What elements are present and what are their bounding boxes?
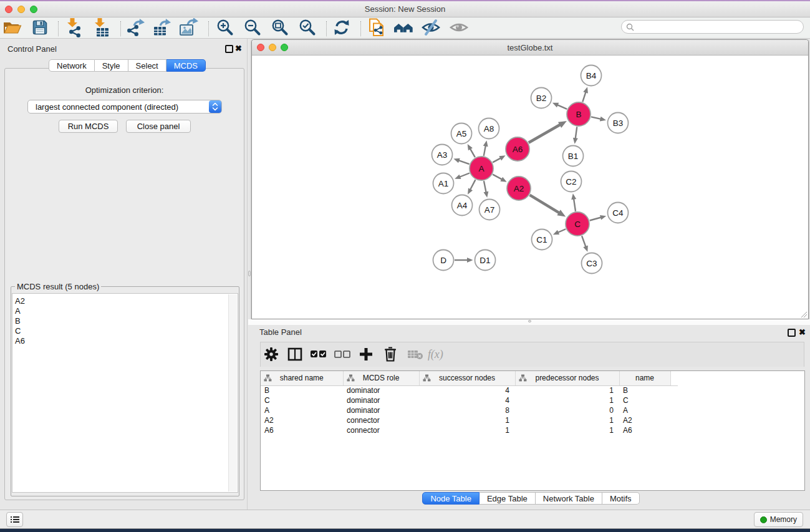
tab-select[interactable]: Select [128,59,166,72]
close-control-panel-icon[interactable]: ✖ [235,44,242,53]
open-file-button[interactable] [1,18,24,37]
table-cell[interactable]: 0 [515,405,619,415]
graph-edge-B-B1[interactable] [576,127,577,138]
mcds-result-item[interactable]: A [12,306,238,316]
zoom-in-button[interactable] [213,18,237,37]
table-cell[interactable]: A6 [619,425,670,435]
zoom-out-button[interactable] [241,18,264,37]
function-builder-button[interactable]: f(x) [427,345,448,364]
graph-edge-A-A8[interactable] [484,146,486,156]
result-list-scrollbar[interactable] [228,294,237,491]
horizontal-splitter[interactable] [248,319,810,325]
search-input[interactable] [634,21,803,32]
network-graph-canvas[interactable]: B4B2BB3A8A5A6A3B1AC2A1A2A4A7C4CC1DD1C3 [252,56,808,319]
clone-network-button[interactable] [365,18,388,37]
table-cell[interactable]: B [261,385,343,395]
graph-edge-B-B4[interactable] [582,92,586,102]
table-cell[interactable]: 1 [515,385,619,395]
table-cell[interactable]: C [261,395,343,405]
hide-selected-button[interactable] [419,18,443,37]
close-panel-button[interactable]: Close panel [126,120,191,133]
table-options-button[interactable] [261,345,282,364]
mcds-result-item[interactable]: C [12,326,238,336]
memory-button[interactable]: Memory [754,512,803,527]
float-control-panel-icon[interactable] [225,45,233,53]
optimization-combobox[interactable]: largest connected component (directed) [27,100,222,114]
graph-edge-C-C3[interactable] [582,236,586,246]
show-all-button[interactable] [447,18,471,37]
table-cell[interactable]: dominator [343,405,419,415]
table-cell[interactable]: C [619,395,670,405]
table-cell[interactable]: 1 [419,415,515,425]
table-cell[interactable]: 1 [515,425,619,435]
table-cell[interactable]: 1 [419,425,515,435]
table-row-A6[interactable]: A6connector11A6 [261,425,678,435]
column-header-name[interactable]: name [619,371,670,385]
column-header-successor-nodes[interactable]: successor nodes [419,371,515,385]
graph-edge-A6-B[interactable] [529,125,561,143]
graph-edge-A-A1[interactable] [460,173,470,177]
graph-edge-A-A5[interactable] [470,148,475,157]
new-table-button[interactable] [150,18,174,37]
tab-network[interactable]: Network [49,59,95,72]
mcds-result-item[interactable]: B [12,316,238,326]
refresh-layout-button[interactable] [330,18,354,37]
graph-edge-A-A6[interactable] [493,158,501,162]
zoom-fit-button[interactable] [268,18,292,37]
table-cell[interactable]: 4 [419,395,515,405]
network-window[interactable]: testGlobe.txt B4B2BB3A8A5A6A3B1AC2A1A2A4… [251,39,809,319]
table-cell[interactable]: A [619,405,670,415]
export-image-button[interactable] [177,18,201,37]
table-row-B[interactable]: Bdominator41B [261,385,678,395]
table-tab-node-table[interactable]: Node Table [422,492,480,505]
graph-edge-A-A2[interactable] [493,175,502,180]
new-network-button[interactable] [124,18,148,37]
table-cell[interactable]: dominator [343,395,419,405]
show-panels-list-button[interactable] [6,512,23,527]
table-cell[interactable]: dominator [343,385,419,395]
table-row-A[interactable]: Adominator80A [261,405,678,415]
table-cell[interactable]: 4 [419,385,515,395]
save-session-button[interactable] [28,18,52,37]
table-cell[interactable]: A [261,405,343,415]
import-table-button[interactable] [90,18,114,37]
column-header-predecessor-nodes[interactable]: predecessor nodes [515,371,619,385]
zoom-selected-button[interactable] [296,18,319,37]
mcds-result-list[interactable]: A2ABCA6 [12,293,238,493]
graph-edge-A-A7[interactable] [484,181,486,192]
run-mcds-button[interactable]: Run MCDS [59,120,118,133]
table-cell[interactable]: B [619,385,670,395]
table-tab-edge-table[interactable]: Edge Table [480,492,536,505]
column-header-shared-name[interactable]: shared name [261,371,343,385]
graph-edge-A-A3[interactable] [458,160,469,164]
mcds-result-item[interactable]: A6 [12,336,238,346]
graph-edge-B-B3[interactable] [591,117,601,118]
float-table-panel-icon[interactable] [788,329,796,337]
table-cell[interactable]: A2 [261,415,343,425]
window-resize-grip[interactable] [801,311,807,317]
table-cell[interactable]: 1 [515,415,619,425]
first-neighbors-button[interactable] [392,18,416,37]
table-cell[interactable]: A6 [261,425,343,435]
column-header-mcds-role[interactable]: MCDS role [343,371,419,385]
graph-edge-A-A4[interactable] [470,180,475,190]
add-row-button[interactable] [355,345,377,364]
graph-edge-C-C1[interactable] [558,229,566,233]
graph-edge-C-C4[interactable] [590,217,601,220]
delete-rows-button[interactable] [380,345,401,364]
vertical-splitter-grip[interactable] [248,271,251,276]
select-all-checkboxes-button[interactable] [308,345,329,364]
table-cell[interactable]: 1 [515,395,619,405]
search-box[interactable] [621,20,804,34]
tab-style[interactable]: Style [95,59,128,72]
import-network-button[interactable] [63,18,87,37]
graph-edge-B-B2[interactable] [557,105,567,109]
tab-mcds[interactable]: MCDS [166,59,206,72]
graph-edge-C-C2[interactable] [574,199,576,211]
table-row-A2[interactable]: A2connector11A2 [261,415,678,425]
graph-edge-A2-C[interactable] [530,195,559,213]
node-table[interactable]: shared nameMCDS rolesuccessor nodesprede… [261,371,678,435]
table-cell[interactable]: connector [343,425,419,435]
table-cell[interactable]: connector [343,415,419,425]
show-columns-button[interactable] [284,345,306,364]
